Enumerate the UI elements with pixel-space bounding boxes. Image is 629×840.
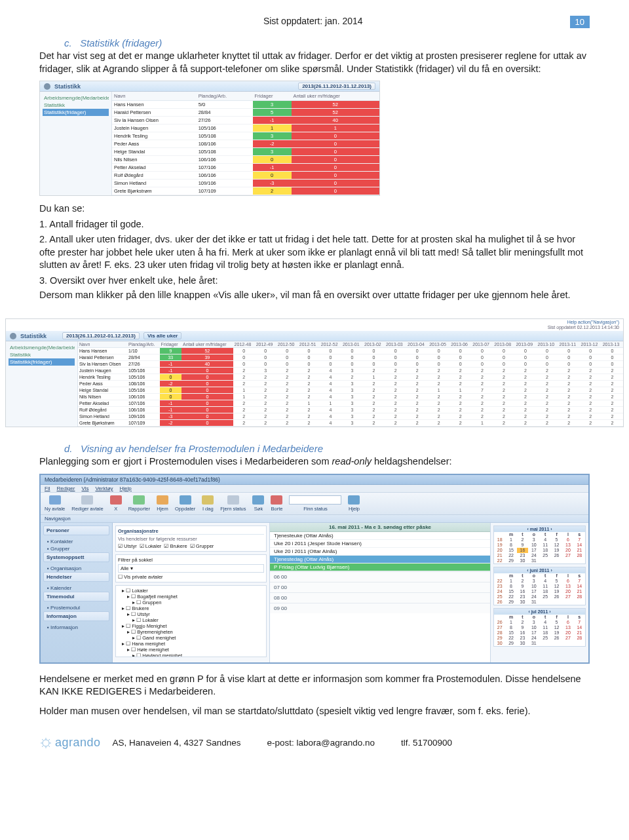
ss1-sidebar: Arbeidsmengde(Medarbeidere)StatistikkSta…	[40, 92, 112, 195]
last-updated: Sist oppdatert: jan. 2014	[263, 16, 363, 26]
section-c-heading: c. Statistikk (fridager)	[39, 37, 590, 48]
tree-item[interactable]: ▸ ☐ Bogafjell menighet	[118, 594, 264, 600]
tree-item[interactable]: ▸ ☐ Utstyr	[118, 611, 264, 617]
menu-item[interactable]: Hjelp	[120, 486, 132, 491]
ss3-window-title: Medarbeideren (Administrator 87a163c-940…	[41, 475, 588, 485]
toolbar-button[interactable]: Rediger avtale	[71, 495, 103, 512]
menu-item[interactable]: Rediger	[56, 486, 75, 491]
tree-item[interactable]: ▸ ☐ Figgjo Menighet	[118, 623, 264, 629]
vis-alle-uker-button[interactable]: Vis alle uker	[143, 332, 182, 339]
list-item-1: 1. Antall fridager til gode.	[39, 218, 590, 231]
mini-calendar[interactable]: ‹ mai 2011 ›mtotfls181234567198910111213…	[493, 525, 586, 564]
nav-item[interactable]: ▪ Prostemodul	[43, 604, 109, 611]
tree-item[interactable]: ▸ ☐ Høyland menighet	[118, 653, 264, 657]
svg-line-7	[48, 739, 50, 741]
sidebar-item[interactable]: Arbeidsmengde(Medarbeidere)	[9, 344, 75, 351]
ss2-help-link[interactable]: Help action("Navigasjon")	[567, 320, 619, 324]
section-c-paragraph: Det har vist seg at det er mange uklarhe…	[39, 50, 590, 75]
hour-row: 08 00	[270, 592, 490, 603]
gear-icon	[10, 333, 16, 339]
ss2-last-updated: Sist oppdatert 02.12.2013 14:14:30	[548, 325, 619, 330]
menu-item[interactable]: Vis	[81, 486, 88, 491]
period-dropdown[interactable]: 2013(26.11.2012-31.12.2013)	[298, 83, 375, 90]
sidebar-item[interactable]: Statistikk(fridager)	[43, 109, 109, 116]
ss3-nav-label: Navigasjon	[41, 515, 588, 523]
brand-logo: agrando	[39, 736, 101, 750]
svg-line-6	[48, 745, 50, 747]
tree-item[interactable]: ▸ ☐ Gruppen	[118, 600, 264, 605]
toolbar-button[interactable]: Oppdater	[175, 495, 195, 512]
checkbox[interactable]: ☑ Lokaler	[140, 543, 162, 549]
toolbar-button[interactable]: Rapporter	[128, 495, 150, 512]
tree-item[interactable]: ▸ ☐ Hana menighet	[118, 641, 264, 647]
toolbar-button[interactable]: I dag	[202, 495, 214, 512]
tree-item[interactable]: ▸ ☐ Lokaler	[118, 588, 264, 594]
tree-item[interactable]: ▸ ☐ Brukere	[118, 605, 264, 611]
nav-group-header[interactable]: Personer	[43, 525, 109, 535]
footer-email: e-post: labora@agrando.no	[267, 738, 375, 748]
section-c-letter: c.	[64, 37, 72, 48]
menu-item[interactable]: Fil	[45, 486, 50, 491]
calendar-event[interactable]: Uke 20 i 2011 (Ottar Alnås)	[270, 548, 490, 556]
sidebar-item[interactable]: Statistikk	[43, 102, 109, 109]
toolbar-button[interactable]: Søk	[252, 495, 264, 512]
section-c-title: Statistikk (fridager)	[80, 37, 162, 48]
mini-calendar[interactable]: ‹ jul 2011 ›mtotfls261234567278910111213…	[493, 608, 586, 647]
toolbar-button[interactable]: Finn status	[289, 495, 341, 512]
nav-group-header[interactable]: Informasjon	[43, 611, 109, 621]
screenshot-statistikk-wide: Help action("Navigasjon") Sist oppdatert…	[5, 318, 624, 427]
footer-phone: tlf. 51700900	[401, 738, 452, 748]
ss3-org-panel: OrganisasjonstreVis hendelser for følgen…	[113, 523, 270, 662]
nav-item[interactable]: ▪ Kontakter	[43, 538, 109, 545]
menu-item[interactable]: Verktøy	[95, 486, 113, 491]
nav-item[interactable]: ▪ Informasjon	[43, 624, 109, 631]
ss3-hour-grid: 06 0007 0008 0009 00	[270, 571, 490, 613]
toolbar-button[interactable]: Borte	[271, 495, 282, 512]
calendar-event[interactable]: Uke 20 i 2011 (Jesper Stode Hansen)	[270, 540, 490, 548]
tree-item[interactable]: ▸ ☐ Gand menighet	[118, 635, 264, 641]
nav-item[interactable]: ▪ Kalender	[43, 584, 109, 592]
toolbar-button[interactable]: Hjem	[157, 495, 168, 512]
screenshot-statistikk-small: Statistikk 2013(26.11.2012-31.12.2013) A…	[39, 81, 380, 196]
period-dropdown[interactable]: 2013(26.11.2012-01.12.2013)	[62, 332, 140, 339]
toolbar-button[interactable]: Hjelp	[348, 495, 360, 512]
ss3-minicalendars: ‹ mai 2011 ›mtotfls181234567198910111213…	[490, 523, 588, 662]
checkbox[interactable]: ☑ Utstyr	[118, 543, 137, 549]
ss2-titlebar: Statistikk 2013(26.11.2012-01.12.2013) V…	[6, 331, 623, 341]
tree-item[interactable]: ▸ ☐ Byremenigheten	[118, 629, 264, 635]
ss1-titlebar: Statistikk 2013(26.11.2012-31.12.2013)	[40, 81, 379, 92]
brand-name: agrando	[55, 736, 101, 750]
calendar-event[interactable]: Tjenestedag (Ottar Alnås)	[270, 556, 490, 563]
tree-item[interactable]: ▸ ☐ Lokaler	[118, 617, 264, 623]
calendar-event[interactable]: Tjenesteuke (Ottar Alnås)	[270, 532, 490, 540]
sidebar-item[interactable]: Statistikk	[9, 351, 75, 358]
hour-row: 07 00	[270, 582, 490, 592]
after-ss3-p2: Holder man musen over hendelsen, vil man…	[39, 705, 590, 718]
nav-group-header[interactable]: Hendelser	[43, 572, 109, 582]
logo-icon	[39, 736, 52, 750]
nav-item[interactable]: ▪ Grupper	[43, 545, 109, 552]
screenshot-medarbeideren: Medarbeideren (Administrator 87a163c-940…	[39, 474, 590, 664]
toolbar-button[interactable]: Fjern status	[220, 495, 246, 512]
ss3-date-header: 16. mai 2011 - Ma e 3. søndag etter påsk…	[270, 523, 490, 532]
page-number-badge: 10	[570, 16, 590, 28]
checkbox[interactable]: ☑ Brukere	[164, 543, 187, 549]
svg-line-5	[42, 739, 44, 741]
calendar-event[interactable]: P Fridag (Ottar Ludvig Bjørnsen)	[270, 563, 490, 571]
mini-calendar[interactable]: ‹ juni 2011 ›mtotfls22123456723891011121…	[493, 567, 586, 605]
ss2-title: Statistikk	[20, 333, 47, 339]
nav-item[interactable]: ▪ Organisasjon	[43, 565, 109, 572]
nav-group-header[interactable]: Timemodul	[43, 592, 109, 601]
toolbar-button[interactable]: Ny avtale	[45, 495, 65, 512]
ss3-calendar-center: 16. mai 2011 - Ma e 3. søndag etter påsk…	[270, 523, 490, 662]
svg-line-8	[42, 745, 44, 747]
hour-row: 06 00	[270, 571, 490, 582]
checkbox[interactable]: ☑ Grupper	[190, 543, 214, 549]
sidebar-item[interactable]: Statistikk(fridager)	[9, 358, 75, 366]
toolbar-button[interactable]: X	[110, 495, 122, 512]
page-header: Sist oppdatert: jan. 2014 10	[39, 16, 590, 28]
nav-group-header[interactable]: Systemoppsett	[43, 552, 109, 562]
tree-item[interactable]: ▸ ☐ Høle menighet	[118, 647, 264, 653]
after-ss3-p1: Hendelsene er merket med en grønn P for …	[39, 673, 590, 698]
sidebar-item[interactable]: Arbeidsmengde(Medarbeidere)	[43, 94, 109, 102]
